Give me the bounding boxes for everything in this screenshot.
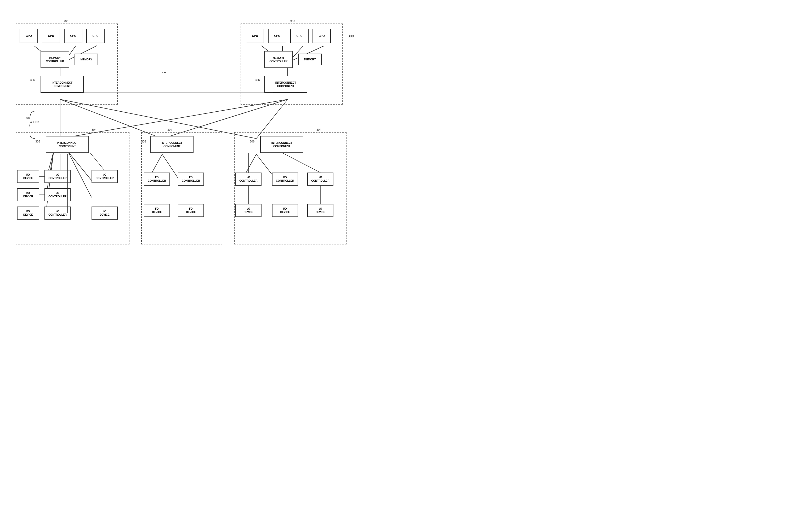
io-controller-3-right: I/OCONTROLLER (307, 173, 333, 186)
memory-left: MEMORY (74, 54, 98, 65)
label-300: 300 (348, 34, 354, 38)
io-device-right-left: I/ODEVICE (91, 207, 118, 220)
io-device-1-middle: I/ODEVICE (144, 204, 170, 217)
ic-top-left: INTERCONNECTCOMPONENT (41, 76, 84, 93)
ellipsis: ... (162, 68, 166, 74)
io-controller-right-1-left: I/OCONTROLLER (91, 170, 118, 183)
ic-io-right: INTERCONNECTCOMPONENT (260, 136, 303, 153)
io-device-2-right: I/ODEVICE (272, 204, 298, 217)
ic-top-right: INTERCONNECTCOMPONENT (264, 76, 307, 93)
io-controller-2-middle: I/OCONTROLLER (178, 173, 204, 186)
label-302-right: 302 (290, 19, 295, 23)
cpu-1-right: CPU (246, 29, 264, 43)
io-device-1-right: I/ODEVICE (235, 204, 262, 217)
cpu-4-left: CPU (86, 29, 105, 43)
io-device-3-left: I/ODEVICE (17, 207, 39, 220)
memory-controller-left: MEMORYCONTROLLER (41, 51, 69, 68)
label-302-left: 302 (63, 19, 68, 23)
cpu-2-right: CPU (268, 29, 286, 43)
memory-controller-right: MEMORYCONTROLLER (264, 51, 293, 68)
label-306-ic-top-left: 306 (30, 78, 35, 82)
label-304-middle: 304 (168, 128, 172, 131)
io-device-1-left: I/ODEVICE (17, 170, 39, 183)
io-device-2-middle: I/ODEVICE (178, 204, 204, 217)
io-controller-3-left: I/OCONTROLLER (44, 207, 71, 220)
cpu-3-right: CPU (290, 29, 308, 43)
ic-io-left: INTERCONNECTCOMPONENT (46, 136, 89, 153)
io-controller-1-right: I/OCONTROLLER (235, 173, 262, 186)
memory-right: MEMORY (298, 54, 322, 65)
io-controller-2-right: I/OCONTROLLER (272, 173, 298, 186)
cpu-2-left: CPU (42, 29, 60, 43)
ic-io-middle: INTERCONNECTCOMPONENT (150, 136, 193, 153)
cpu-1-left: CPU (19, 29, 38, 43)
label-306-io-middle: 306 (141, 140, 146, 143)
io-controller-1-left: I/OCONTROLLER (44, 170, 71, 183)
io-device-2-left: I/ODEVICE (17, 188, 39, 201)
label-304-right: 304 (316, 128, 321, 131)
label-304-left: 304 (91, 128, 96, 131)
io-controller-1-middle: I/OCONTROLLER (144, 173, 170, 186)
io-controller-2-left: I/OCONTROLLER (44, 188, 71, 201)
io-device-3-right: I/ODEVICE (307, 204, 333, 217)
cpu-3-left: CPU (64, 29, 82, 43)
cpu-4-right: CPU (313, 29, 331, 43)
architecture-diagram: 302 CPU CPU CPU CPU MEMORYCONTROLLER MEM… (0, 0, 406, 266)
label-306-ic-top-right: 306 (255, 78, 260, 82)
label-306-io-left: 306 (35, 140, 40, 143)
label-306-io-right: 306 (250, 140, 255, 143)
